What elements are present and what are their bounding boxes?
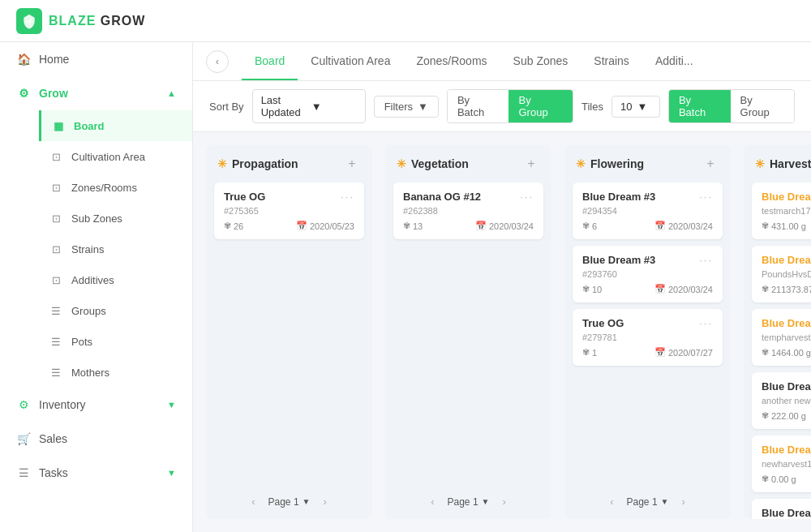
by-batch-left-button[interactable]: By Batch (448, 90, 509, 122)
card-weight: ✾ 222.00 g (762, 410, 811, 421)
nav-tabs: ‹ Board Cultivation Area Zones/Rooms Sub… (193, 42, 811, 81)
add-propagation-button[interactable]: + (343, 155, 361, 173)
vegetation-next-button[interactable]: › (497, 494, 510, 509)
tab-additives[interactable]: Additi... (642, 42, 706, 80)
propagation-next-button[interactable]: › (318, 494, 331, 509)
page-chevron: ▼ (482, 497, 490, 506)
add-flowering-button[interactable]: + (702, 155, 719, 173)
board-icon: ▦ (51, 118, 66, 133)
card-title: Blue Dream #3 (582, 254, 655, 266)
card-menu-button[interactable]: ··· (699, 191, 713, 203)
sidebar-item-board[interactable]: ▦ Board (39, 110, 192, 141)
subzones-icon: ⊡ (49, 211, 63, 225)
add-vegetation-button[interactable]: + (522, 155, 540, 173)
card-title: Blue Dream #3 (762, 507, 811, 519)
card-id: #262388 (403, 206, 534, 216)
card-menu-button[interactable]: ··· (520, 191, 534, 203)
sidebar-item-sub-zones[interactable]: ⊡ Sub Zones (39, 203, 192, 234)
page-chevron: ▼ (661, 497, 669, 506)
sidebar-item-inventory[interactable]: ⚙ Inventory ▼ (0, 388, 192, 422)
card-id: #279781 (582, 332, 713, 342)
column-harvest: ✳ Harvest + Blue Dream #3 (D... ··· test… (744, 145, 811, 519)
flowering-prev-button[interactable]: ‹ (605, 494, 618, 509)
harvest-card-h1[interactable]: Blue Dream #3 (D... ··· testmarch17 ✾ 43… (752, 182, 811, 239)
card-title: Blue Dream #3 (762, 380, 811, 393)
harvest-card-h5[interactable]: Blue Dream #3 (D... ··· newharvest1 ✾ 0.… (752, 435, 811, 492)
card-sub: PoundsHvsDM (762, 269, 811, 279)
tiles-label: Tiles (581, 101, 603, 113)
plant-icon: ✾ (224, 221, 231, 231)
sidebar-item-cultivation-area[interactable]: ⊡ Cultivation Area (39, 141, 192, 172)
column-header-flowering: ✳ Flowering + (564, 145, 731, 179)
vegetation-page-label[interactable]: Page 1 ▼ (448, 496, 490, 508)
tab-sub-zones[interactable]: Sub Zones (500, 42, 581, 80)
sidebar-item-additives[interactable]: ⊡ Additives (39, 264, 192, 295)
harvest-card-h4[interactable]: Blue Dream #3 ··· another new1 (12-23-20… (752, 372, 811, 429)
propagation-prev-button[interactable]: ‹ (247, 494, 260, 509)
by-group-right-button[interactable]: By Group (731, 90, 794, 122)
sidebar-item-strains[interactable]: ⊡ Strains (39, 234, 192, 264)
column-vegetation: ✳ Vegetation + Banana OG #12 ··· #262388 (385, 145, 551, 519)
harvest-cards: Blue Dream #3 (D... ··· testmarch17 ✾ 43… (744, 179, 811, 519)
harvest-card-h6[interactable]: Blue Dream #3 ··· (752, 499, 811, 519)
tab-cultivation-area[interactable]: Cultivation Area (298, 42, 403, 80)
card-true-og-propagation[interactable]: True OG ··· #275365 ✾ 26 📅 2020/05/23 (214, 182, 364, 239)
vegetation-cards: Banana OG #12 ··· #262388 ✾ 13 📅 2020/ (385, 179, 551, 486)
card-title: True OG (224, 191, 265, 203)
sidebar-item-grow[interactable]: ⚙ Grow ▲ (0, 76, 192, 110)
sidebar-item-sales[interactable]: 🛒 Sales (0, 422, 192, 456)
tab-strains[interactable]: Strains (581, 42, 642, 80)
column-title-propagation: ✳ Propagation (217, 157, 298, 170)
tab-zones-rooms[interactable]: Zones/Rooms (403, 42, 500, 80)
card-date: 📅 2020/03/24 (654, 284, 713, 294)
sidebar-sub-grow: ▦ Board ⊡ Cultivation Area ⊡ Zones/Rooms… (0, 110, 192, 388)
card-weight: ✾ 0.00 g (762, 474, 811, 484)
harvest-card-h2[interactable]: Blue Dream #3 (D... ··· PoundsHvsDM ✾ 21… (752, 246, 811, 302)
calendar-icon: 📅 (654, 347, 666, 358)
tiles-dropdown[interactable]: 10 ▼ (611, 96, 660, 118)
sidebar-item-mothers[interactable]: ☰ Mothers (39, 357, 192, 388)
sort-dropdown[interactable]: Last Updated ▼ (252, 89, 366, 123)
right-toggle-group: By Batch By Group (668, 89, 795, 123)
vegetation-prev-button[interactable]: ‹ (426, 494, 439, 509)
card-header: True OG ··· (582, 317, 713, 329)
by-batch-right-button[interactable]: By Batch (669, 90, 731, 122)
plant-icon: ✾ (582, 347, 590, 358)
flowering-page-label[interactable]: Page 1 ▼ (627, 496, 669, 508)
card-menu-button[interactable]: ··· (699, 317, 713, 329)
harvest-icon: ✳ (755, 157, 765, 170)
card-title: Blue Dream #3 (D... (762, 317, 811, 329)
calendar-icon: 📅 (475, 221, 487, 231)
card-meta: ✾ 26 📅 2020/05/23 (224, 221, 354, 231)
card-true-og-279781[interactable]: True OG ··· #279781 ✾ 1 📅 2020/07/27 (573, 309, 723, 366)
card-menu-button[interactable]: ··· (341, 191, 354, 203)
card-blue-dream-294354[interactable]: Blue Dream #3 ··· #294354 ✾ 6 📅 2020/0 (573, 182, 723, 239)
card-blue-dream-293760[interactable]: Blue Dream #3 ··· #293760 ✾ 10 📅 2020/ (573, 246, 723, 302)
calendar-icon: 📅 (654, 221, 666, 231)
sidebar-item-tasks[interactable]: ☰ Tasks ▼ (0, 456, 192, 490)
card-banana-og[interactable]: Banana OG #12 ··· #262388 ✾ 13 📅 2020/ (393, 182, 543, 239)
by-group-left-button[interactable]: By Group (508, 90, 572, 122)
cultivation-icon: ⊡ (49, 149, 63, 164)
sidebar-item-groups[interactable]: ☰ Groups (39, 295, 192, 326)
card-weight: ✾ 431.00 g (762, 221, 811, 231)
propagation-page-label[interactable]: Page 1 ▼ (268, 496, 311, 508)
sidebar-item-zones-rooms[interactable]: ⊡ Zones/Rooms (39, 172, 192, 203)
harvest-card-h3[interactable]: Blue Dream #3 (D... ··· tempharvest ✾ 14… (752, 309, 811, 366)
collapse-sidebar-button[interactable]: ‹ (206, 50, 229, 73)
card-menu-button[interactable]: ··· (699, 254, 713, 266)
column-title-harvest: ✳ Harvest (755, 157, 811, 170)
card-weight: ✾ 211373.87 g (762, 284, 811, 294)
vegetation-pagination: ‹ Page 1 ▼ › (385, 486, 551, 519)
flowering-next-button[interactable]: › (676, 494, 689, 509)
sort-value: Last Updated (261, 94, 307, 118)
calendar-icon: 📅 (654, 284, 666, 294)
sidebar-item-home[interactable]: 🏠 Home (0, 42, 192, 76)
card-meta: ✾ 13 📅 2020/03/24 (403, 221, 534, 231)
card-id: #294354 (582, 206, 713, 216)
flowering-cards: Blue Dream #3 ··· #294354 ✾ 6 📅 2020/0 (564, 179, 731, 486)
weight-icon: ✾ (762, 284, 769, 294)
filters-button[interactable]: Filters ▼ (374, 96, 439, 118)
tab-board[interactable]: Board (242, 42, 298, 80)
sidebar-item-pots[interactable]: ☰ Pots (39, 326, 192, 357)
